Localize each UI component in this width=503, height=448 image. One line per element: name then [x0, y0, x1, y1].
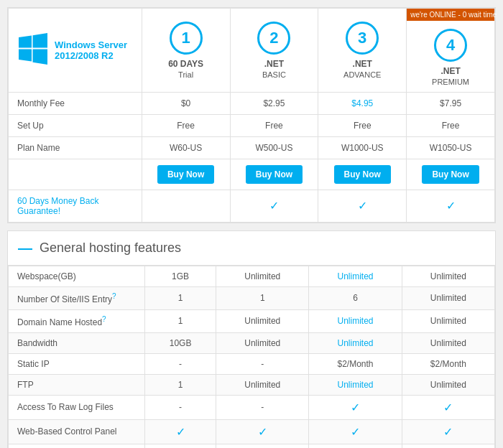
feature-label-6: Access To Raw Log Files [9, 395, 145, 419]
section-dash: — [18, 240, 32, 256]
feature-label-4: Static IP [9, 353, 145, 374]
feature-row5-col3: Unlimited [402, 374, 494, 395]
feature-row4-col2: $2/Month [309, 353, 402, 374]
windows-logo [17, 33, 49, 67]
plan-name-0: W60-US [142, 136, 230, 159]
feature-check: ✓ [351, 401, 360, 414]
online-badge: we're ONLINE - 0 wait time [407, 9, 494, 21]
feature-row6-col2: ✓ [309, 395, 402, 419]
feature-row1-col3: Unlimited [402, 286, 494, 309]
feature-label-7: Web-Based Control Panel [9, 419, 145, 444]
plan-number-2: 3 [346, 22, 379, 55]
brand-name-line2: 2012/2008 R2 [55, 50, 127, 61]
feature-row7-col2: ✓ [309, 419, 402, 444]
setup-0: Free [142, 114, 230, 136]
feature-check: ✓ [351, 426, 360, 438]
feature-row4-col1: - [216, 353, 309, 374]
feature-row0-col3: Unlimited [402, 266, 494, 286]
plan-title-2: .NET [323, 59, 402, 70]
feature-check: ✓ [176, 426, 185, 438]
setup-2: Free [318, 114, 407, 136]
money-back-check-3: ✓ [446, 200, 456, 212]
svg-marker-1 [33, 33, 48, 48]
plan-subtitle-0: Trial [147, 70, 226, 79]
feature-row7-col1: ✓ [216, 419, 309, 444]
monthly-fee-0: $0 [142, 92, 230, 114]
monthly-fee-1: $2.95 [230, 92, 318, 114]
svg-marker-2 [19, 50, 32, 62]
plan-title-3: .NET [411, 66, 490, 78]
buy-now-button-3[interactable]: Buy Now [422, 165, 479, 184]
buy-now-button-0[interactable]: Buy Now [157, 165, 214, 184]
plan-title-1: .NET [235, 59, 314, 70]
feature-row3-col0: 10GB [145, 332, 216, 353]
feature-row3-col3: Unlimited [402, 332, 494, 353]
feature-row3-col2: Unlimited [309, 332, 402, 353]
monthly-fee-3: $7.95 [407, 92, 495, 114]
brand-name-line1: Windows Server [55, 39, 127, 50]
plan-subtitle-2: ADVANCE [323, 70, 402, 79]
feature-row8-col2: $10/Yr [309, 444, 402, 448]
plan-subtitle-1: BASIC [235, 70, 314, 79]
feature-row0-col0: 1GB [145, 266, 216, 286]
feature-label-5: FTP [9, 374, 145, 395]
feature-row1-col0: 1 [145, 286, 216, 309]
feature-label-1: Number Of Site/IIS Entry? [9, 286, 145, 309]
feature-row6-col0: - [145, 395, 216, 419]
feature-row4-col0: - [145, 353, 216, 374]
feature-row1-col2: 6 [309, 286, 402, 309]
feature-row6-col3: ✓ [402, 395, 494, 419]
money-back-check-2: ✓ [358, 200, 367, 212]
monthly-fee-label: Monthly Fee [9, 92, 142, 114]
feature-check: ✓ [258, 426, 267, 438]
svg-marker-0 [19, 36, 32, 48]
feature-row2-col1: Unlimited [216, 309, 309, 332]
feature-row5-col2: Unlimited [309, 374, 402, 395]
feature-row3-col1: Unlimited [216, 332, 309, 353]
feature-check: ✓ [443, 426, 453, 438]
setup-1: Free [230, 114, 318, 136]
feature-check: ✓ [443, 401, 453, 414]
feature-row4-col3: $2/Month [402, 353, 494, 374]
setup-3: Free [407, 114, 495, 136]
feature-row5-col0: 1 [145, 374, 216, 395]
feature-row0-col2: Unlimited [309, 266, 402, 286]
feature-label-8: Domain Name [9, 444, 145, 448]
feature-label-0: Webspace(GB) [9, 266, 145, 286]
feature-row8-col3: $10/Yr [402, 444, 494, 448]
plan-number-1: 2 [257, 22, 290, 55]
buy-now-button-2[interactable]: Buy Now [334, 165, 391, 184]
plan-subtitle-3: PREMIUM [411, 78, 490, 86]
feature-row7-col0: ✓ [145, 419, 216, 444]
feature-row0-col1: Unlimited [216, 266, 309, 286]
feature-label-3: Bandwidth [9, 332, 145, 353]
feature-row1-col1: 1 [216, 286, 309, 309]
money-back-check-1: ✓ [269, 200, 279, 212]
setup-label: Set Up [9, 114, 142, 136]
feature-row7-col3: ✓ [402, 419, 494, 444]
feature-row6-col1: - [216, 395, 309, 419]
plan-name-label: Plan Name [9, 136, 142, 159]
feature-row8-col0: $10/Yr [145, 444, 216, 448]
buy-now-button-1[interactable]: Buy Now [246, 165, 303, 184]
monthly-fee-2: $4.95 [318, 92, 407, 114]
plan-number-3: 4 [434, 29, 467, 62]
plan-number-0: 1 [170, 22, 203, 55]
feature-row8-col1: $10/Yr [216, 444, 309, 448]
feature-row2-col3: Unlimited [402, 309, 494, 332]
svg-marker-3 [33, 50, 48, 65]
section-title: General hosting features [40, 241, 181, 256]
feature-row2-col2: Unlimited [309, 309, 402, 332]
money-back-label: 60 Days Money Back Guarantee! [9, 190, 142, 222]
plan-name-3: W1050-US [407, 136, 495, 159]
plan-name-2: W1000-US [318, 136, 407, 159]
plan-title-0: 60 DAYS [147, 59, 226, 70]
feature-row5-col1: Unlimited [216, 374, 309, 395]
plan-name-1: W500-US [230, 136, 318, 159]
feature-label-2: Domain Name Hosted? [9, 309, 145, 332]
feature-row2-col0: 1 [145, 309, 216, 332]
